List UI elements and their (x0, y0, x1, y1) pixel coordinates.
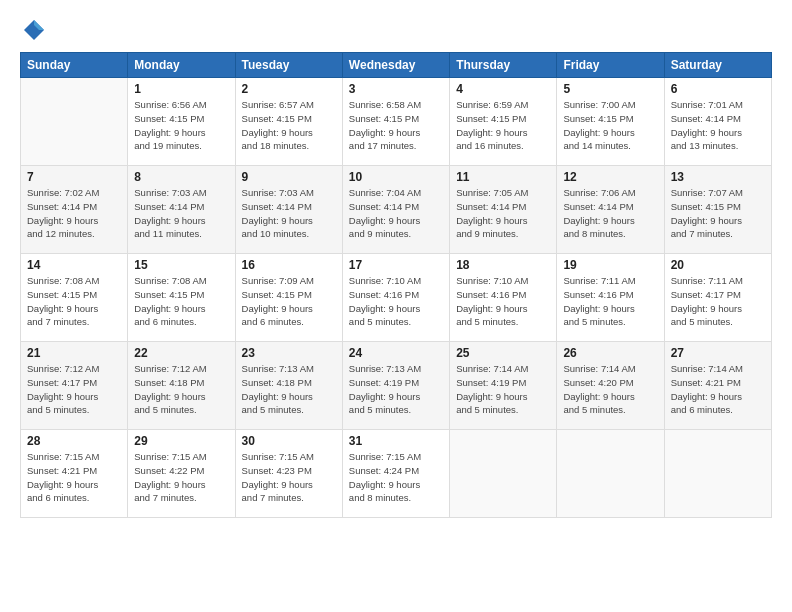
day-number: 17 (349, 258, 443, 272)
day-number: 4 (456, 82, 550, 96)
day-info: Sunrise: 7:04 AMSunset: 4:14 PMDaylight:… (349, 186, 443, 241)
week-row-4: 21Sunrise: 7:12 AMSunset: 4:17 PMDayligh… (21, 342, 772, 430)
day-cell: 16Sunrise: 7:09 AMSunset: 4:15 PMDayligh… (235, 254, 342, 342)
day-cell: 17Sunrise: 7:10 AMSunset: 4:16 PMDayligh… (342, 254, 449, 342)
day-info: Sunrise: 6:59 AMSunset: 4:15 PMDaylight:… (456, 98, 550, 153)
day-cell: 27Sunrise: 7:14 AMSunset: 4:21 PMDayligh… (664, 342, 771, 430)
day-info: Sunrise: 7:03 AMSunset: 4:14 PMDaylight:… (242, 186, 336, 241)
day-cell: 6Sunrise: 7:01 AMSunset: 4:14 PMDaylight… (664, 78, 771, 166)
day-number: 24 (349, 346, 443, 360)
day-info: Sunrise: 6:56 AMSunset: 4:15 PMDaylight:… (134, 98, 228, 153)
day-cell: 10Sunrise: 7:04 AMSunset: 4:14 PMDayligh… (342, 166, 449, 254)
col-header-saturday: Saturday (664, 53, 771, 78)
day-cell: 4Sunrise: 6:59 AMSunset: 4:15 PMDaylight… (450, 78, 557, 166)
logo-icon (20, 16, 48, 44)
day-info: Sunrise: 7:15 AMSunset: 4:23 PMDaylight:… (242, 450, 336, 505)
day-info: Sunrise: 7:13 AMSunset: 4:19 PMDaylight:… (349, 362, 443, 417)
day-number: 29 (134, 434, 228, 448)
day-cell: 9Sunrise: 7:03 AMSunset: 4:14 PMDaylight… (235, 166, 342, 254)
day-number: 18 (456, 258, 550, 272)
col-header-friday: Friday (557, 53, 664, 78)
day-number: 5 (563, 82, 657, 96)
day-info: Sunrise: 6:58 AMSunset: 4:15 PMDaylight:… (349, 98, 443, 153)
day-info: Sunrise: 7:09 AMSunset: 4:15 PMDaylight:… (242, 274, 336, 329)
day-cell: 25Sunrise: 7:14 AMSunset: 4:19 PMDayligh… (450, 342, 557, 430)
day-number: 7 (27, 170, 121, 184)
day-cell: 26Sunrise: 7:14 AMSunset: 4:20 PMDayligh… (557, 342, 664, 430)
day-number: 21 (27, 346, 121, 360)
day-cell: 3Sunrise: 6:58 AMSunset: 4:15 PMDaylight… (342, 78, 449, 166)
day-cell: 11Sunrise: 7:05 AMSunset: 4:14 PMDayligh… (450, 166, 557, 254)
day-info: Sunrise: 7:12 AMSunset: 4:17 PMDaylight:… (27, 362, 121, 417)
day-cell: 30Sunrise: 7:15 AMSunset: 4:23 PMDayligh… (235, 430, 342, 518)
page: SundayMondayTuesdayWednesdayThursdayFrid… (0, 0, 792, 612)
week-row-3: 14Sunrise: 7:08 AMSunset: 4:15 PMDayligh… (21, 254, 772, 342)
day-number: 11 (456, 170, 550, 184)
day-number: 8 (134, 170, 228, 184)
day-cell: 7Sunrise: 7:02 AMSunset: 4:14 PMDaylight… (21, 166, 128, 254)
day-info: Sunrise: 7:07 AMSunset: 4:15 PMDaylight:… (671, 186, 765, 241)
day-cell: 24Sunrise: 7:13 AMSunset: 4:19 PMDayligh… (342, 342, 449, 430)
day-number: 19 (563, 258, 657, 272)
day-info: Sunrise: 7:00 AMSunset: 4:15 PMDaylight:… (563, 98, 657, 153)
day-cell: 1Sunrise: 6:56 AMSunset: 4:15 PMDaylight… (128, 78, 235, 166)
day-cell: 20Sunrise: 7:11 AMSunset: 4:17 PMDayligh… (664, 254, 771, 342)
day-cell: 23Sunrise: 7:13 AMSunset: 4:18 PMDayligh… (235, 342, 342, 430)
day-number: 30 (242, 434, 336, 448)
day-number: 28 (27, 434, 121, 448)
col-header-monday: Monday (128, 53, 235, 78)
day-number: 3 (349, 82, 443, 96)
day-number: 23 (242, 346, 336, 360)
day-cell: 19Sunrise: 7:11 AMSunset: 4:16 PMDayligh… (557, 254, 664, 342)
day-info: Sunrise: 7:15 AMSunset: 4:21 PMDaylight:… (27, 450, 121, 505)
day-info: Sunrise: 7:11 AMSunset: 4:16 PMDaylight:… (563, 274, 657, 329)
day-cell (664, 430, 771, 518)
day-info: Sunrise: 7:02 AMSunset: 4:14 PMDaylight:… (27, 186, 121, 241)
col-header-thursday: Thursday (450, 53, 557, 78)
day-info: Sunrise: 7:15 AMSunset: 4:24 PMDaylight:… (349, 450, 443, 505)
header (20, 16, 772, 44)
day-cell (450, 430, 557, 518)
day-number: 2 (242, 82, 336, 96)
calendar-table: SundayMondayTuesdayWednesdayThursdayFrid… (20, 52, 772, 518)
day-info: Sunrise: 7:10 AMSunset: 4:16 PMDaylight:… (349, 274, 443, 329)
day-cell: 28Sunrise: 7:15 AMSunset: 4:21 PMDayligh… (21, 430, 128, 518)
week-row-1: 1Sunrise: 6:56 AMSunset: 4:15 PMDaylight… (21, 78, 772, 166)
day-cell: 22Sunrise: 7:12 AMSunset: 4:18 PMDayligh… (128, 342, 235, 430)
day-number: 9 (242, 170, 336, 184)
day-info: Sunrise: 7:14 AMSunset: 4:21 PMDaylight:… (671, 362, 765, 417)
day-info: Sunrise: 7:01 AMSunset: 4:14 PMDaylight:… (671, 98, 765, 153)
day-cell: 18Sunrise: 7:10 AMSunset: 4:16 PMDayligh… (450, 254, 557, 342)
day-cell: 5Sunrise: 7:00 AMSunset: 4:15 PMDaylight… (557, 78, 664, 166)
day-info: Sunrise: 7:06 AMSunset: 4:14 PMDaylight:… (563, 186, 657, 241)
day-number: 10 (349, 170, 443, 184)
day-info: Sunrise: 6:57 AMSunset: 4:15 PMDaylight:… (242, 98, 336, 153)
header-row: SundayMondayTuesdayWednesdayThursdayFrid… (21, 53, 772, 78)
day-number: 6 (671, 82, 765, 96)
day-number: 13 (671, 170, 765, 184)
day-cell: 2Sunrise: 6:57 AMSunset: 4:15 PMDaylight… (235, 78, 342, 166)
day-info: Sunrise: 7:11 AMSunset: 4:17 PMDaylight:… (671, 274, 765, 329)
day-cell: 12Sunrise: 7:06 AMSunset: 4:14 PMDayligh… (557, 166, 664, 254)
day-info: Sunrise: 7:10 AMSunset: 4:16 PMDaylight:… (456, 274, 550, 329)
day-cell: 31Sunrise: 7:15 AMSunset: 4:24 PMDayligh… (342, 430, 449, 518)
day-number: 31 (349, 434, 443, 448)
day-cell: 14Sunrise: 7:08 AMSunset: 4:15 PMDayligh… (21, 254, 128, 342)
day-cell: 29Sunrise: 7:15 AMSunset: 4:22 PMDayligh… (128, 430, 235, 518)
day-info: Sunrise: 7:08 AMSunset: 4:15 PMDaylight:… (27, 274, 121, 329)
day-cell: 8Sunrise: 7:03 AMSunset: 4:14 PMDaylight… (128, 166, 235, 254)
day-number: 26 (563, 346, 657, 360)
day-cell: 13Sunrise: 7:07 AMSunset: 4:15 PMDayligh… (664, 166, 771, 254)
day-cell: 21Sunrise: 7:12 AMSunset: 4:17 PMDayligh… (21, 342, 128, 430)
day-number: 27 (671, 346, 765, 360)
col-header-wednesday: Wednesday (342, 53, 449, 78)
day-number: 12 (563, 170, 657, 184)
logo (20, 16, 52, 44)
day-info: Sunrise: 7:03 AMSunset: 4:14 PMDaylight:… (134, 186, 228, 241)
col-header-sunday: Sunday (21, 53, 128, 78)
day-info: Sunrise: 7:12 AMSunset: 4:18 PMDaylight:… (134, 362, 228, 417)
day-number: 16 (242, 258, 336, 272)
day-number: 1 (134, 82, 228, 96)
day-cell: 15Sunrise: 7:08 AMSunset: 4:15 PMDayligh… (128, 254, 235, 342)
day-info: Sunrise: 7:08 AMSunset: 4:15 PMDaylight:… (134, 274, 228, 329)
